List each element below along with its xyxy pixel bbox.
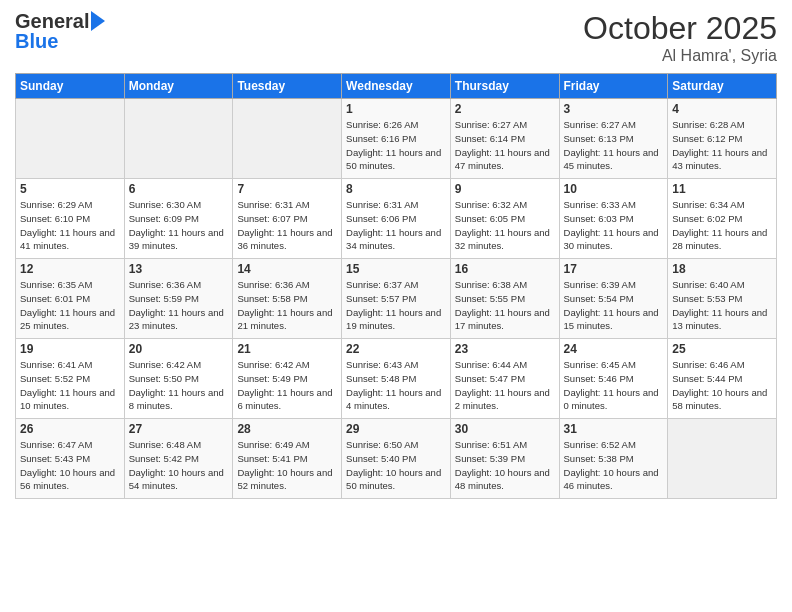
day-info: Sunrise: 6:29 AM Sunset: 6:10 PM Dayligh…: [20, 198, 120, 253]
weekday-header-sunday: Sunday: [16, 74, 125, 99]
day-number: 16: [455, 262, 555, 276]
day-info: Sunrise: 6:31 AM Sunset: 6:06 PM Dayligh…: [346, 198, 446, 253]
location-title: Al Hamra', Syria: [583, 47, 777, 65]
week-row-3: 12Sunrise: 6:35 AM Sunset: 6:01 PM Dayli…: [16, 259, 777, 339]
day-cell: 24Sunrise: 6:45 AM Sunset: 5:46 PM Dayli…: [559, 339, 668, 419]
day-cell: 27Sunrise: 6:48 AM Sunset: 5:42 PM Dayli…: [124, 419, 233, 499]
logo-text-general: General: [15, 10, 89, 32]
day-cell: 8Sunrise: 6:31 AM Sunset: 6:06 PM Daylig…: [342, 179, 451, 259]
day-cell: 30Sunrise: 6:51 AM Sunset: 5:39 PM Dayli…: [450, 419, 559, 499]
day-info: Sunrise: 6:31 AM Sunset: 6:07 PM Dayligh…: [237, 198, 337, 253]
day-number: 23: [455, 342, 555, 356]
logo-text-blue: Blue: [15, 30, 58, 52]
day-number: 18: [672, 262, 772, 276]
day-number: 9: [455, 182, 555, 196]
day-info: Sunrise: 6:27 AM Sunset: 6:13 PM Dayligh…: [564, 118, 664, 173]
day-number: 8: [346, 182, 446, 196]
weekday-header-saturday: Saturday: [668, 74, 777, 99]
day-number: 14: [237, 262, 337, 276]
day-cell: 3Sunrise: 6:27 AM Sunset: 6:13 PM Daylig…: [559, 99, 668, 179]
day-number: 28: [237, 422, 337, 436]
day-info: Sunrise: 6:43 AM Sunset: 5:48 PM Dayligh…: [346, 358, 446, 413]
day-info: Sunrise: 6:27 AM Sunset: 6:14 PM Dayligh…: [455, 118, 555, 173]
day-info: Sunrise: 6:36 AM Sunset: 5:59 PM Dayligh…: [129, 278, 229, 333]
day-cell: 7Sunrise: 6:31 AM Sunset: 6:07 PM Daylig…: [233, 179, 342, 259]
day-number: 3: [564, 102, 664, 116]
day-cell: [124, 99, 233, 179]
day-cell: 10Sunrise: 6:33 AM Sunset: 6:03 PM Dayli…: [559, 179, 668, 259]
day-cell: 28Sunrise: 6:49 AM Sunset: 5:41 PM Dayli…: [233, 419, 342, 499]
day-cell: 15Sunrise: 6:37 AM Sunset: 5:57 PM Dayli…: [342, 259, 451, 339]
day-info: Sunrise: 6:38 AM Sunset: 5:55 PM Dayligh…: [455, 278, 555, 333]
day-number: 17: [564, 262, 664, 276]
day-number: 5: [20, 182, 120, 196]
day-number: 15: [346, 262, 446, 276]
day-cell: [233, 99, 342, 179]
day-number: 4: [672, 102, 772, 116]
day-info: Sunrise: 6:47 AM Sunset: 5:43 PM Dayligh…: [20, 438, 120, 493]
day-cell: 2Sunrise: 6:27 AM Sunset: 6:14 PM Daylig…: [450, 99, 559, 179]
calendar-table: SundayMondayTuesdayWednesdayThursdayFrid…: [15, 73, 777, 499]
day-number: 13: [129, 262, 229, 276]
day-cell: 11Sunrise: 6:34 AM Sunset: 6:02 PM Dayli…: [668, 179, 777, 259]
day-info: Sunrise: 6:41 AM Sunset: 5:52 PM Dayligh…: [20, 358, 120, 413]
week-row-2: 5Sunrise: 6:29 AM Sunset: 6:10 PM Daylig…: [16, 179, 777, 259]
day-info: Sunrise: 6:45 AM Sunset: 5:46 PM Dayligh…: [564, 358, 664, 413]
day-cell: 14Sunrise: 6:36 AM Sunset: 5:58 PM Dayli…: [233, 259, 342, 339]
day-cell: 17Sunrise: 6:39 AM Sunset: 5:54 PM Dayli…: [559, 259, 668, 339]
page-container: General Blue October 2025 Al Hamra', Syr…: [0, 0, 792, 509]
day-cell: 5Sunrise: 6:29 AM Sunset: 6:10 PM Daylig…: [16, 179, 125, 259]
day-number: 11: [672, 182, 772, 196]
day-cell: 18Sunrise: 6:40 AM Sunset: 5:53 PM Dayli…: [668, 259, 777, 339]
weekday-header-wednesday: Wednesday: [342, 74, 451, 99]
day-number: 20: [129, 342, 229, 356]
week-row-4: 19Sunrise: 6:41 AM Sunset: 5:52 PM Dayli…: [16, 339, 777, 419]
day-cell: 16Sunrise: 6:38 AM Sunset: 5:55 PM Dayli…: [450, 259, 559, 339]
day-cell: 19Sunrise: 6:41 AM Sunset: 5:52 PM Dayli…: [16, 339, 125, 419]
day-number: 22: [346, 342, 446, 356]
day-info: Sunrise: 6:37 AM Sunset: 5:57 PM Dayligh…: [346, 278, 446, 333]
day-cell: 1Sunrise: 6:26 AM Sunset: 6:16 PM Daylig…: [342, 99, 451, 179]
weekday-header-tuesday: Tuesday: [233, 74, 342, 99]
day-info: Sunrise: 6:44 AM Sunset: 5:47 PM Dayligh…: [455, 358, 555, 413]
weekday-header-friday: Friday: [559, 74, 668, 99]
day-cell: 20Sunrise: 6:42 AM Sunset: 5:50 PM Dayli…: [124, 339, 233, 419]
day-info: Sunrise: 6:52 AM Sunset: 5:38 PM Dayligh…: [564, 438, 664, 493]
day-cell: 31Sunrise: 6:52 AM Sunset: 5:38 PM Dayli…: [559, 419, 668, 499]
title-block: October 2025 Al Hamra', Syria: [583, 10, 777, 65]
week-row-5: 26Sunrise: 6:47 AM Sunset: 5:43 PM Dayli…: [16, 419, 777, 499]
day-number: 25: [672, 342, 772, 356]
day-cell: 9Sunrise: 6:32 AM Sunset: 6:05 PM Daylig…: [450, 179, 559, 259]
day-info: Sunrise: 6:40 AM Sunset: 5:53 PM Dayligh…: [672, 278, 772, 333]
day-cell: 29Sunrise: 6:50 AM Sunset: 5:40 PM Dayli…: [342, 419, 451, 499]
header: General Blue October 2025 Al Hamra', Syr…: [15, 10, 777, 65]
day-info: Sunrise: 6:26 AM Sunset: 6:16 PM Dayligh…: [346, 118, 446, 173]
month-title: October 2025: [583, 10, 777, 47]
day-info: Sunrise: 6:42 AM Sunset: 5:49 PM Dayligh…: [237, 358, 337, 413]
day-number: 6: [129, 182, 229, 196]
day-number: 26: [20, 422, 120, 436]
day-cell: 22Sunrise: 6:43 AM Sunset: 5:48 PM Dayli…: [342, 339, 451, 419]
day-number: 19: [20, 342, 120, 356]
day-info: Sunrise: 6:32 AM Sunset: 6:05 PM Dayligh…: [455, 198, 555, 253]
day-number: 2: [455, 102, 555, 116]
day-info: Sunrise: 6:34 AM Sunset: 6:02 PM Dayligh…: [672, 198, 772, 253]
week-row-1: 1Sunrise: 6:26 AM Sunset: 6:16 PM Daylig…: [16, 99, 777, 179]
logo-arrow-icon: [91, 11, 105, 31]
day-number: 7: [237, 182, 337, 196]
day-info: Sunrise: 6:49 AM Sunset: 5:41 PM Dayligh…: [237, 438, 337, 493]
day-info: Sunrise: 6:46 AM Sunset: 5:44 PM Dayligh…: [672, 358, 772, 413]
day-cell: 4Sunrise: 6:28 AM Sunset: 6:12 PM Daylig…: [668, 99, 777, 179]
day-number: 21: [237, 342, 337, 356]
day-cell: 26Sunrise: 6:47 AM Sunset: 5:43 PM Dayli…: [16, 419, 125, 499]
day-cell: [16, 99, 125, 179]
day-info: Sunrise: 6:36 AM Sunset: 5:58 PM Dayligh…: [237, 278, 337, 333]
day-info: Sunrise: 6:39 AM Sunset: 5:54 PM Dayligh…: [564, 278, 664, 333]
day-info: Sunrise: 6:51 AM Sunset: 5:39 PM Dayligh…: [455, 438, 555, 493]
logo: General Blue: [15, 10, 105, 52]
day-cell: [668, 419, 777, 499]
weekday-header-thursday: Thursday: [450, 74, 559, 99]
day-cell: 25Sunrise: 6:46 AM Sunset: 5:44 PM Dayli…: [668, 339, 777, 419]
day-cell: 12Sunrise: 6:35 AM Sunset: 6:01 PM Dayli…: [16, 259, 125, 339]
day-info: Sunrise: 6:35 AM Sunset: 6:01 PM Dayligh…: [20, 278, 120, 333]
